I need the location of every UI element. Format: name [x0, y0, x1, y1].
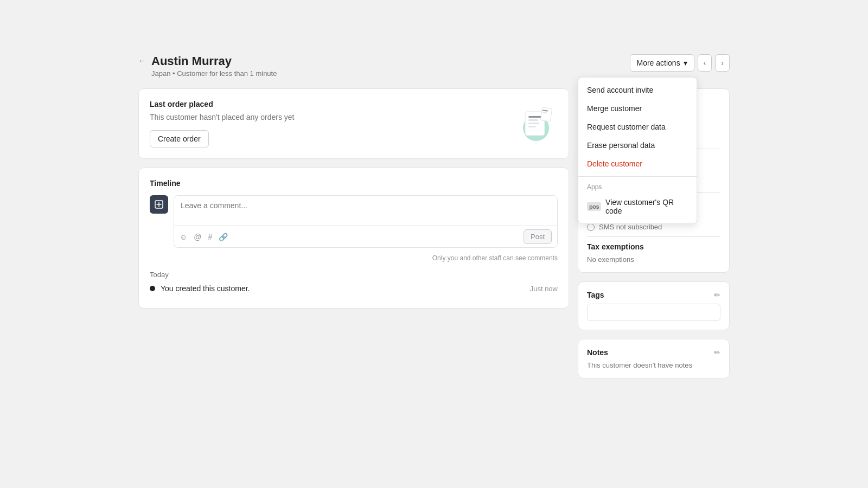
- notes-header: Notes ✏: [587, 348, 720, 357]
- last-order-title: Last order placed: [150, 100, 294, 108]
- left-column: Last order placed This customer hasn't p…: [138, 88, 569, 387]
- dropdown-merge-customer[interactable]: Merge customer: [578, 99, 697, 118]
- commenter-avatar: [150, 195, 168, 214]
- radio-sms-icon: [587, 223, 595, 231]
- timeline-dot: [150, 286, 155, 291]
- dropdown-request-customer-data[interactable]: Request customer data: [578, 118, 697, 136]
- order-illustration: [514, 100, 558, 143]
- comment-toolbar: ☺ @ # 🔗 Post: [174, 226, 557, 247]
- nav-prev-button[interactable]: ‹: [698, 54, 712, 72]
- dropdown-apps-label: Apps: [578, 180, 697, 193]
- mention-icon[interactable]: @: [194, 233, 201, 241]
- dropdown-send-account-invite[interactable]: Send account invite: [578, 81, 697, 99]
- back-button[interactable]: ←: [138, 56, 146, 65]
- emoji-icon[interactable]: ☺: [180, 233, 187, 241]
- more-actions-button[interactable]: More actions ▾: [630, 54, 694, 72]
- tax-title: Tax exemptions: [587, 242, 644, 251]
- svg-rect-4: [528, 123, 539, 124]
- svg-rect-6: [540, 107, 552, 121]
- section-divider-3: [587, 236, 720, 237]
- dropdown-divider: [578, 176, 697, 177]
- nav-next-button[interactable]: ›: [715, 54, 730, 72]
- svg-rect-5: [528, 126, 536, 127]
- tags-edit-icon[interactable]: ✏: [714, 291, 720, 299]
- tax-header: Tax exemptions: [587, 242, 720, 251]
- no-exemptions-text: No exemptions: [587, 255, 720, 264]
- svg-rect-2: [528, 116, 541, 118]
- notes-empty-text: This customer doesn't have notes: [587, 361, 720, 369]
- tags-card: Tags ✏: [578, 281, 730, 330]
- dropdown-erase-personal-data[interactable]: Erase personal data: [578, 136, 697, 155]
- comment-tools: ☺ @ # 🔗: [180, 233, 228, 241]
- comment-input[interactable]: [174, 196, 557, 224]
- notes-title: Notes: [587, 348, 608, 357]
- last-order-card: Last order placed This customer hasn't p…: [138, 88, 569, 159]
- post-button[interactable]: Post: [524, 229, 552, 244]
- svg-rect-3: [528, 119, 538, 121]
- attachment-icon[interactable]: 🔗: [219, 233, 228, 241]
- sms-subscription-label: SMS not subscribed: [599, 223, 662, 231]
- tag-icon[interactable]: #: [208, 233, 213, 241]
- last-order-description: This customer hasn't placed any orders y…: [150, 113, 294, 121]
- notes-card: Notes ✏ This customer doesn't have notes: [578, 339, 730, 378]
- table-row: You created this customer. Just now: [150, 284, 558, 293]
- comment-note: Only you and other staff can see comment…: [150, 254, 558, 262]
- header-actions: More actions ▾ ‹ › Send account invite M…: [630, 54, 730, 72]
- notes-edit-icon[interactable]: ✏: [714, 348, 720, 357]
- tags-title: Tags: [587, 291, 604, 299]
- comment-area: ☺ @ # 🔗 Post: [150, 195, 558, 248]
- timeline-events: Today You created this customer. Just no…: [150, 271, 558, 293]
- tags-input[interactable]: [587, 304, 720, 321]
- page-header: ← Austin Murray Japan • Customer for les…: [138, 54, 730, 78]
- marketing-sms: SMS not subscribed: [587, 223, 720, 231]
- timeline-event-time: Just now: [530, 285, 558, 293]
- pos-icon: pos: [587, 202, 601, 211]
- timeline-card: Timeline ☺: [138, 168, 569, 309]
- comment-box: ☺ @ # 🔗 Post: [174, 195, 558, 248]
- page-subtitle: Japan • Customer for less than 1 minute: [151, 69, 277, 78]
- timeline-title: Timeline: [150, 179, 558, 188]
- more-actions-dropdown: Send account invite Merge customer Reque…: [578, 77, 697, 224]
- qr-code-label: View customer's QR code: [605, 198, 688, 215]
- create-order-button[interactable]: Create order: [150, 130, 209, 147]
- timeline-date: Today: [150, 271, 558, 279]
- timeline-event-text: You created this customer.: [161, 284, 525, 293]
- tags-header: Tags ✏: [587, 291, 720, 299]
- dropdown-qr-code[interactable]: pos View customer's QR code: [578, 193, 697, 220]
- page-title: Austin Murray: [151, 54, 277, 68]
- dropdown-delete-customer[interactable]: Delete customer: [578, 155, 697, 173]
